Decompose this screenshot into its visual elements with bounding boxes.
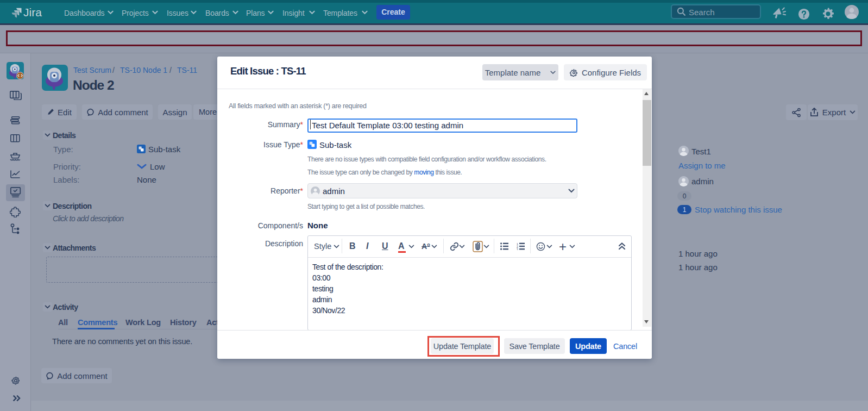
svg-text:3: 3 [517, 248, 518, 250]
